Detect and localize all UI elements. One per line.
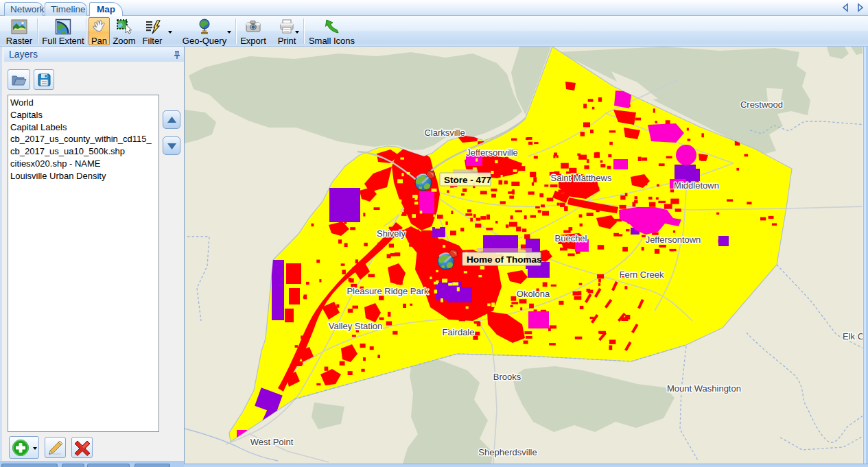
svg-text:Valley Station: Valley Station <box>329 321 383 331</box>
svg-text:Fern Creek: Fern Creek <box>619 270 664 280</box>
svg-text:Middletown: Middletown <box>674 180 719 191</box>
svg-text:Mount Washington: Mount Washington <box>667 383 741 394</box>
svg-text:Jeffersonville: Jeffersonville <box>466 147 518 158</box>
svg-text:Store - 477: Store - 477 <box>444 175 491 185</box>
svg-text:Clarksville: Clarksville <box>424 128 465 138</box>
svg-text:Jeffersontown: Jeffersontown <box>646 235 701 245</box>
svg-text:Elk Creek: Elk Creek <box>843 331 863 342</box>
svg-text:Saint Matthews: Saint Matthews <box>551 173 612 183</box>
svg-text:Fairdale: Fairdale <box>443 327 475 337</box>
svg-text:Buechel: Buechel <box>555 233 587 243</box>
svg-text:Crestwood: Crestwood <box>740 99 783 110</box>
svg-text:Pleasure Ridge Park: Pleasure Ridge Park <box>347 286 429 296</box>
svg-text:Shepherdsville: Shepherdsville <box>478 447 537 457</box>
svg-text:Okolona: Okolona <box>517 289 550 299</box>
svg-text:West Point: West Point <box>250 437 294 447</box>
svg-text:Home of Thomas: Home of Thomas <box>467 254 542 265</box>
svg-text:Shively: Shively <box>377 228 406 239</box>
svg-text:Brooks: Brooks <box>493 372 521 382</box>
